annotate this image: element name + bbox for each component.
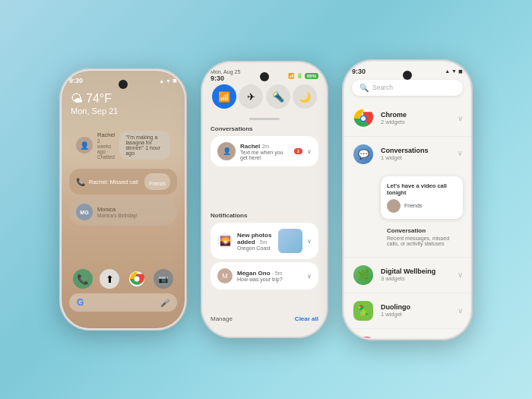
duolingo-chevron-icon: ∨ [458,306,463,315]
svg-text:🌄: 🌄 [220,235,231,246]
weather-widget: 🌤 74°F Mon, Sep 21 [71,92,118,116]
dnd-toggle[interactable]: 🌙 [293,84,317,109]
rachel-notif-content: Rachel 2m Text me when you get here! [240,143,290,160]
widget-app-list: Chrome 2 widgets ∨ 💬 Conversations 1 wid… [344,101,470,338]
phone-3-time: 9:30 [352,68,366,75]
conversations-list-header[interactable]: 💬 Conversations 1 widget ∧ [344,137,470,172]
rachel-sub: 2 weeks ago · Chatted [97,138,115,160]
expand-icon[interactable]: ∨ [307,148,312,155]
chrome-item-sub: 2 widgets [381,119,451,125]
monica-info: Monica Monica's Birthday! [97,206,138,218]
phone-2-status-icons: 📶 🔋 65% [288,73,318,79]
duolingo-sub: 1 widget [381,311,451,318]
phone-1-time: 9:30 [69,77,83,84]
duolingo-title: Duolingo [381,303,451,311]
battery-icon: ◼ [173,78,177,84]
launcher-icon[interactable]: ⬆ [100,269,119,289]
photo-thumbnail [278,229,302,253]
photos-expand-icon[interactable]: ∨ [307,238,312,245]
phone-3-status-icons: ▲ ▼ ◼ [445,68,463,74]
phone-icon: 📞 [76,178,85,186]
chrome-item-title: Chrome [381,111,451,119]
missed-call-info: Rachel: Missed call [89,179,138,185]
dock-icons: 📞 ⬆ 📷 [69,269,177,289]
widget-search-bar[interactable]: 🔍 Search [352,80,463,96]
digital-wellbeing-content: Digital Wellbeing 3 widgets [381,268,451,282]
rachel-bubble: "I'm making a lasagna for dinner!" 1 hou… [119,131,170,160]
conversations-title: Conversations [211,125,318,132]
megan-expand-icon[interactable]: ∨ [307,273,312,280]
megan-notif-sub: How was your trip? [237,277,302,282]
google-g-icon: G [77,297,84,308]
fit-icon: ❤ [352,335,375,338]
digital-wellbeing-list-item[interactable]: 🌿 Digital Wellbeing 3 widgets ∨ [344,258,470,293]
phone-app-icon[interactable]: 📞 [73,269,93,289]
monica-geller-card[interactable]: 📞 Rachel: Missed call Friends [69,169,177,195]
phone-3-wifi-icon: ▼ [451,68,457,74]
conversations-item-sub: 1 widget [381,154,451,161]
megan-notif-title: Megan Ono · 5m [237,270,302,277]
phone-1-notch [119,80,128,89]
phone-1: 9:30 ▲ ▼ ◼ 🌤 74°F Mon, Sep 21 👤 [59,68,187,331]
wifi-toggle[interactable]: 📶 [212,84,236,109]
phone-3-notch [403,71,412,80]
rachel-name: Rachel [97,131,115,138]
rachel-notification[interactable]: 👤 Rachel 2m Text me when you get here! 2… [211,136,318,166]
widget-card[interactable]: Let's have a video call tonight Friends [381,176,463,219]
phone-2: Mon, Aug 25 9:30 📶 🔋 65% 📶 ✈ 🔦 🌙 Convers… [201,61,328,338]
flashlight-toggle[interactable]: 🔦 [266,84,290,109]
digital-wellbeing-icon: 🌿 [352,264,375,287]
app-dock: 📞 ⬆ 📷 G 🎤 [69,269,177,312]
camera-app-icon[interactable]: 📷 [154,269,173,289]
phone-3-battery-icon: ◼ [458,68,463,74]
rachel-info: Rachel 2 weeks ago · Chatted [97,131,115,160]
widget-title: Let's have a video call tonight [387,182,457,196]
conversations-widget-preview: Let's have a video call tonight Friends … [344,172,470,257]
widget-desc-text: Recent messages, missed calls, or activi… [387,236,457,246]
duolingo-content: Duolingo 1 widget [381,303,451,318]
phone-2-battery-icon: 🔋 [296,73,303,79]
duolingo-list-item[interactable]: 🦜 Duolingo 1 widget ∨ [344,293,470,329]
megan-avatar: M [217,268,233,283]
conversations-item-title: Conversations [381,147,451,154]
notification-cards: 👤 Rachel 2 weeks ago · Chatted "I'm maki… [69,125,177,226]
conversations-chevron-icon: ∧ [458,150,463,158]
monica-sub: Monica's Birthday! [97,213,138,218]
rachel-notif-name: Rachel 2m [240,143,290,150]
mic-icon: 🎤 [160,299,169,307]
phone-1-status-icons: ▲ ▼ ◼ [159,78,177,84]
photos-notification[interactable]: 🌄 New photos added · 5m Oregon Coast ∨ [211,223,318,259]
phone-2-datetime: Mon, Aug 25 9:30 [211,69,240,82]
manage-button[interactable]: Manage [211,315,233,322]
airplane-toggle[interactable]: ✈ [239,84,263,109]
digital-wellbeing-title: Digital Wellbeing [381,268,451,275]
widget-contact: Friends [404,203,422,208]
monica-initials: MG [76,204,93,220]
friends-tag: Friends [144,173,170,190]
phone-2-date: Mon, Aug 25 [211,69,240,74]
notifications-section: Notifications 🌄 New photos added · 5m Or… [211,212,318,293]
megan-notification[interactable]: M Megan Ono · 5m How was your trip? ∨ [211,262,318,290]
monica-birthday-card[interactable]: MG Monica Monica's Birthday! [69,198,177,226]
conversations-item-content: Conversations 1 widget [381,147,451,161]
chrome-list-item[interactable]: Chrome 2 widgets ∨ [344,101,470,137]
clear-all-button[interactable]: Clear all [295,315,318,322]
chrome-app-icon[interactable] [127,269,147,289]
search-placeholder: Search [372,84,393,91]
rachel-card[interactable]: 👤 Rachel 2 weeks ago · Chatted "I'm maki… [69,125,177,165]
unread-badge: 2 [294,148,302,154]
chrome-item-content: Chrome 2 widgets [381,111,451,125]
phone-2-notch [260,72,269,81]
digital-wellbeing-sub: 3 widgets [381,275,451,282]
conversations-list-item: 💬 Conversations 1 widget ∧ Let's have a … [344,137,470,258]
google-search-bar[interactable]: G 🎤 [69,293,177,312]
megan-notif-content: Megan Ono · 5m How was your trip? [237,270,302,282]
quick-settings: 📶 ✈ 🔦 🌙 [211,84,318,109]
date-display: Mon, Sep 21 [71,106,118,116]
signal-icon: ▲ [159,78,164,84]
svg-point-2 [134,277,139,282]
rachel-notif-msg: Text me when you get here! [240,150,290,160]
digital-wellbeing-chevron-icon: ∨ [458,271,463,279]
divider [249,118,280,120]
fit-list-item[interactable]: ❤ Fit ∨ [344,329,470,338]
